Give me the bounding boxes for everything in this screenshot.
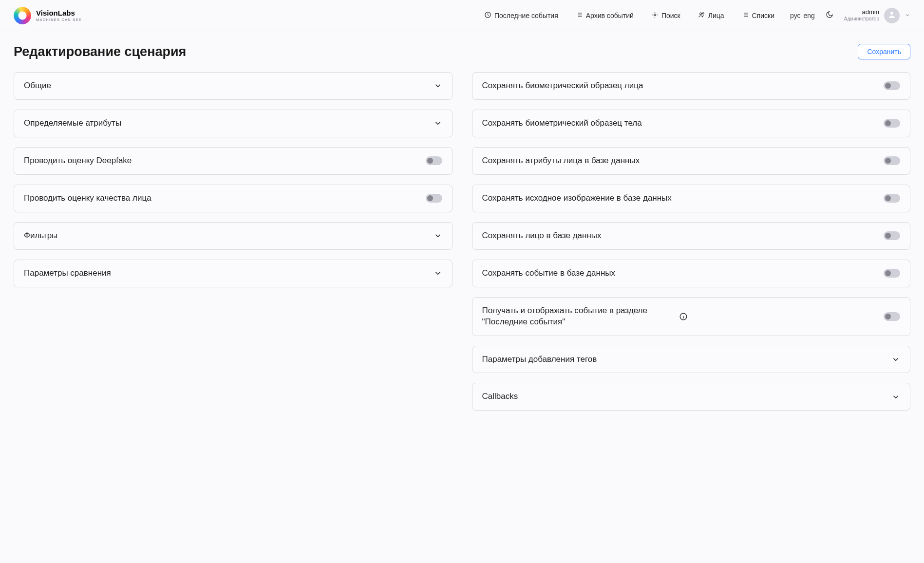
lang-en[interactable]: eng (803, 12, 814, 19)
setting-save-body-bio: Сохранять биометрический образец тела (472, 110, 911, 137)
lang-ru[interactable]: рус (790, 12, 800, 19)
chevron-down-icon (891, 393, 900, 401)
setting-save-face-bio: Сохранять биометрический образец лица (472, 72, 911, 100)
list-icon (576, 11, 583, 20)
setting-save-event-db: Сохранять событие в базе данных (472, 260, 911, 287)
section-attributes-label: Определяемые атрибуты (24, 118, 121, 129)
user-role: Администратор (844, 16, 879, 22)
brand-title: VisionLabs (36, 9, 82, 17)
settings-columns: Общие Определяемые атрибуты Проводить оц… (14, 72, 910, 411)
setting-save-face-attrs-db: Сохранять атрибуты лица в базе данных (472, 147, 911, 175)
toggle-save-face-bio[interactable] (884, 81, 900, 90)
page-head: Редактирование сценария Сохранить (14, 44, 910, 59)
brand-logo-mark (14, 7, 31, 24)
nav-search[interactable]: Поиск (651, 11, 680, 20)
chevron-down-icon (434, 81, 442, 90)
toggle-face-quality[interactable] (426, 194, 442, 203)
setting-save-face-attrs-db-label: Сохранять атрибуты лица в базе данных (482, 155, 640, 167)
setting-save-face-bio-label: Сохранять биометрический образец лица (482, 80, 643, 92)
setting-save-source-db-label: Сохранять исходное изображение в базе да… (482, 193, 672, 204)
moon-icon (826, 11, 833, 20)
chevron-down-icon (434, 269, 442, 278)
lists-icon (742, 11, 749, 20)
app-header: VisionLabs MACHINES CAN SEE Последние со… (0, 0, 924, 31)
svg-point-1 (654, 14, 656, 16)
info-icon[interactable] (679, 312, 688, 321)
setting-save-source-db: Сохранять исходное изображение в базе да… (472, 185, 911, 212)
section-filters[interactable]: Фильтры (14, 222, 453, 250)
nav-recent-events[interactable]: Последние события (484, 11, 558, 20)
brand-logo[interactable]: VisionLabs MACHINES CAN SEE (14, 7, 82, 24)
toggle-show-recent[interactable] (884, 312, 900, 321)
section-general[interactable]: Общие (14, 72, 453, 100)
nav-search-label: Поиск (661, 12, 680, 19)
faces-icon (698, 11, 705, 20)
language-switch: рус eng (790, 12, 815, 19)
nav-archive[interactable]: Архив событий (576, 11, 634, 20)
svg-point-4 (890, 12, 893, 15)
toggle-save-face-attrs-db[interactable] (884, 156, 900, 165)
nav-faces[interactable]: Лица (698, 11, 724, 20)
nav-lists[interactable]: Списки (742, 11, 774, 20)
chevron-down-icon (891, 355, 900, 364)
setting-show-recent-label: Получать и отображать событие в разделе … (482, 305, 672, 328)
page: Редактирование сценария Сохранить Общие … (0, 31, 924, 430)
brand-logo-text: VisionLabs MACHINES CAN SEE (36, 9, 82, 22)
toggle-save-body-bio[interactable] (884, 119, 900, 128)
section-tag-params-label: Параметры добавления тегов (482, 354, 597, 365)
toggle-save-face-db[interactable] (884, 231, 900, 240)
setting-show-recent: Получать и отображать событие в разделе … (472, 297, 911, 336)
setting-save-face-db: Сохранять лицо в базе данных (472, 222, 911, 250)
chevron-down-icon (905, 12, 910, 19)
setting-save-body-bio-label: Сохранять биометрический образец тела (482, 118, 642, 129)
main-nav: Последние события Архив событий Поиск Ли… (484, 11, 774, 20)
section-attributes[interactable]: Определяемые атрибуты (14, 110, 453, 137)
save-button[interactable]: Сохранить (858, 44, 910, 59)
section-compare-params[interactable]: Параметры сравнения (14, 260, 453, 287)
toggle-save-event-db[interactable] (884, 269, 900, 278)
page-title: Редактирование сценария (14, 44, 186, 59)
nav-archive-label: Архив событий (586, 12, 634, 19)
brand-tagline: MACHINES CAN SEE (36, 18, 82, 22)
setting-save-event-db-label: Сохранять событие в базе данных (482, 268, 616, 279)
section-callbacks-label: Callbacks (482, 391, 518, 402)
nav-faces-label: Лица (708, 12, 724, 19)
setting-face-quality-label: Проводить оценку качества лица (24, 193, 151, 204)
left-column: Общие Определяемые атрибуты Проводить оц… (14, 72, 453, 287)
svg-point-3 (702, 12, 704, 14)
theme-toggle[interactable] (826, 11, 833, 20)
nav-lists-label: Списки (752, 12, 774, 19)
section-filters-label: Фильтры (24, 230, 57, 242)
target-icon (651, 11, 659, 20)
toggle-save-source-db[interactable] (884, 194, 900, 203)
setting-save-face-db-label: Сохранять лицо в базе данных (482, 230, 602, 242)
setting-face-quality: Проводить оценку качества лица (14, 185, 453, 212)
section-callbacks[interactable]: Callbacks (472, 383, 911, 411)
section-compare-label: Параметры сравнения (24, 268, 111, 279)
setting-deepfake-label: Проводить оценку Deepfake (24, 155, 132, 167)
clock-icon (484, 11, 491, 20)
user-icon (887, 10, 896, 20)
user-menu[interactable]: admin Администратор (844, 8, 910, 23)
right-column: Сохранять биометрический образец лица Со… (472, 72, 911, 411)
nav-recent-label: Последние события (494, 12, 558, 19)
section-general-label: Общие (24, 80, 51, 92)
svg-point-2 (699, 13, 701, 15)
user-name: admin (844, 9, 879, 16)
setting-deepfake: Проводить оценку Deepfake (14, 147, 453, 175)
user-text: admin Администратор (844, 9, 879, 21)
chevron-down-icon (434, 119, 442, 128)
section-tag-params[interactable]: Параметры добавления тегов (472, 346, 911, 374)
chevron-down-icon (434, 231, 442, 240)
avatar (884, 8, 900, 23)
toggle-deepfake[interactable] (426, 156, 442, 165)
